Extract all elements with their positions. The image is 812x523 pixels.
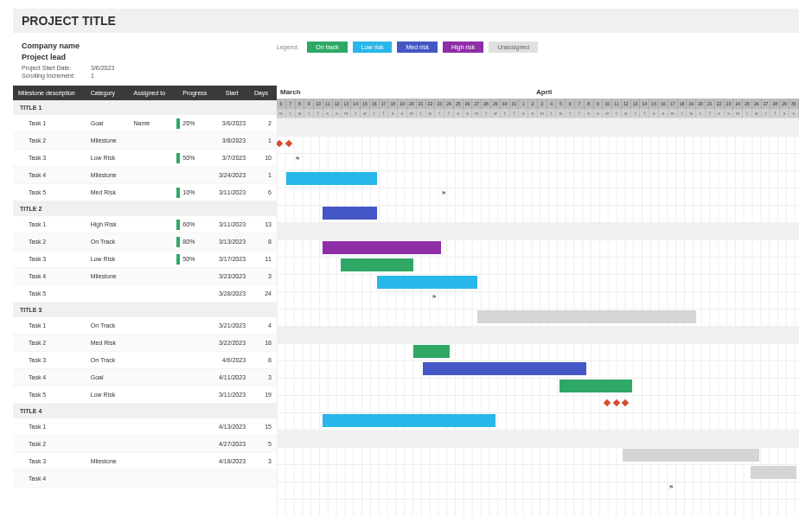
- day-cell: 10: [314, 99, 323, 109]
- gantt-bar[interactable]: [477, 310, 696, 323]
- day-cell: 23: [725, 99, 734, 109]
- cell-category: On Track: [91, 239, 134, 245]
- cell-start: 3/13/2023: [213, 239, 251, 245]
- day-cell: 30: [790, 99, 799, 109]
- section-header[interactable]: TITLE 4: [13, 404, 277, 418]
- gantt-row[interactable]: [277, 395, 799, 412]
- gantt-row[interactable]: [277, 412, 799, 430]
- gantt-row[interactable]: [277, 257, 799, 274]
- table-row[interactable]: Task 2Milestone3/8/20231: [13, 132, 277, 150]
- weekday-cell: s: [715, 109, 725, 118]
- table-row[interactable]: Task 3Low Risk50%3/17/202311: [13, 251, 277, 268]
- cell-progress: 10%: [176, 188, 213, 198]
- table-row[interactable]: Task 5Med Risk10%3/11/20236: [13, 184, 277, 201]
- gantt-row[interactable]: ⚑: [277, 482, 799, 499]
- start-date-value[interactable]: 3/6/2023: [91, 65, 114, 71]
- day-cell: 19: [398, 99, 407, 109]
- gantt-row[interactable]: [277, 309, 799, 326]
- gantt-bar[interactable]: [377, 276, 477, 289]
- milestone-flag-icon[interactable]: ⚑: [295, 156, 300, 163]
- cell-days: 15: [251, 424, 272, 430]
- content: Milestone description Category Assigned …: [13, 86, 799, 516]
- weekday-cell: s: [594, 109, 604, 118]
- scroll-value[interactable]: 1: [91, 73, 94, 79]
- gantt-row[interactable]: ⚑: [277, 153, 799, 170]
- weekday-cell: s: [388, 109, 398, 118]
- day-cell: 13: [631, 99, 641, 109]
- table-row[interactable]: Task 4: [13, 470, 277, 488]
- table-row[interactable]: Task 1GoalName20%3/6/20232: [13, 115, 277, 132]
- scroll-label: Scrolling Increment:: [22, 73, 91, 79]
- gantt-row[interactable]: [277, 274, 799, 291]
- gantt-row[interactable]: [277, 378, 799, 395]
- gantt-bar[interactable]: [286, 172, 377, 185]
- cell-name: Task 1: [18, 424, 91, 430]
- cell-category: On Track: [91, 357, 134, 363]
- cell-start: 4/27/2023: [213, 441, 251, 447]
- cell-name: Task 1: [18, 221, 91, 227]
- table-row[interactable]: Task 1High Risk60%3/11/202313: [13, 216, 277, 233]
- goal-diamond-icon[interactable]: [613, 399, 620, 406]
- gantt-bar[interactable]: [323, 207, 377, 220]
- goal-diamond-icon[interactable]: [277, 140, 283, 147]
- table-row[interactable]: Task 4Milestone3/23/20233: [13, 268, 277, 285]
- table-row[interactable]: Task 4Goal4/11/20233: [13, 369, 277, 386]
- table-row[interactable]: Task 1On Track3/21/20234: [13, 317, 277, 335]
- day-cell: 16: [659, 99, 668, 109]
- table-row[interactable]: Task 14/13/202315: [13, 418, 277, 436]
- table-row[interactable]: Task 2On Track80%3/13/20238: [13, 233, 277, 251]
- gantt-bar[interactable]: [751, 466, 796, 479]
- milestone-flag-icon[interactable]: ⚑: [441, 190, 446, 197]
- gantt-bar[interactable]: [423, 362, 587, 375]
- table-row[interactable]: Task 4Milestone3/24/20231: [13, 167, 277, 184]
- day-cell: 12: [333, 99, 342, 109]
- table-row[interactable]: Task 3On Track4/6/20238: [13, 352, 277, 369]
- cell-progress: 20%: [176, 118, 213, 129]
- cell-days: 11: [251, 256, 272, 262]
- gantt-row[interactable]: [277, 343, 799, 360]
- gantt-row[interactable]: [277, 499, 799, 516]
- gantt-row[interactable]: ⚑: [277, 188, 799, 205]
- table-row[interactable]: Task 24/27/20235: [13, 436, 277, 453]
- gantt-bar[interactable]: [413, 345, 450, 358]
- section-header[interactable]: TITLE 1: [13, 100, 277, 115]
- gantt-area[interactable]: ⚑⚑⚑⚑: [277, 118, 799, 516]
- gantt-bar[interactable]: [559, 379, 632, 392]
- day-cell: 20: [407, 99, 417, 109]
- gantt-row[interactable]: [277, 205, 799, 222]
- day-cell: 10: [603, 99, 612, 109]
- gantt-row[interactable]: [277, 136, 799, 153]
- gantt-row[interactable]: [277, 360, 799, 378]
- goal-diamond-icon[interactable]: [622, 399, 629, 406]
- table-row[interactable]: Task 2Med Risk3/22/202318: [13, 335, 277, 352]
- gantt-bar[interactable]: [323, 414, 496, 427]
- table-row[interactable]: Task 5Low Risk3/11/202319: [13, 386, 277, 404]
- day-cell: 20: [696, 99, 706, 109]
- cell-name: Task 4: [18, 273, 91, 279]
- cell-start: 3/6/2023: [213, 120, 251, 126]
- goal-diamond-icon[interactable]: [604, 399, 611, 406]
- gantt-row[interactable]: [277, 464, 799, 482]
- milestone-flag-icon[interactable]: ⚑: [432, 294, 437, 301]
- gantt-bar[interactable]: [623, 449, 759, 462]
- gantt-row[interactable]: [277, 170, 799, 188]
- gantt-bar[interactable]: [341, 258, 413, 271]
- table-row[interactable]: Task 3Low Risk50%3/7/202310: [13, 150, 277, 167]
- weekday-cell: t: [566, 109, 575, 118]
- milestone-flag-icon[interactable]: ⚑: [668, 484, 674, 491]
- section-header[interactable]: TITLE 3: [13, 303, 277, 317]
- cell-days: 6: [251, 189, 272, 195]
- gantt-row[interactable]: [277, 239, 799, 257]
- section-header[interactable]: TITLE 2: [13, 201, 277, 216]
- cell-name: Task 3: [18, 357, 91, 363]
- cell-days: 4: [251, 322, 272, 328]
- goal-diamond-icon[interactable]: [285, 140, 291, 147]
- gantt-row[interactable]: [277, 447, 799, 464]
- day-cell: 26: [464, 99, 473, 109]
- table-row[interactable]: Task 3Milestone4/18/20233: [13, 453, 277, 470]
- cell-name: Task 4: [18, 374, 91, 380]
- gantt-row[interactable]: ⚑: [277, 291, 799, 309]
- table-row[interactable]: Task 53/28/202324: [13, 285, 277, 303]
- gantt-bar[interactable]: [323, 241, 441, 254]
- weekday-cell: m: [407, 109, 417, 118]
